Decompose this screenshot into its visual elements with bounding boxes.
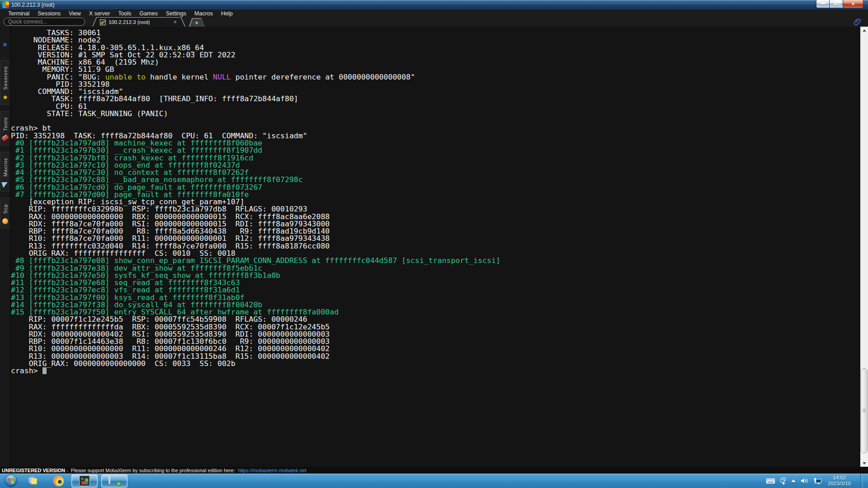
volume-icon[interactable] (801, 478, 808, 484)
scrollbar-thumb[interactable] (861, 368, 868, 453)
taskbar: >_ (0, 474, 868, 488)
minimize-button[interactable] (816, 0, 830, 8)
taskbar-item-sticky-notes[interactable] (24, 474, 42, 488)
main-area: » Sessions ★ Tools Macros Scp TASKS: 300… (0, 27, 868, 467)
swiss-knife-icon (2, 135, 9, 141)
close-button[interactable]: × (843, 0, 863, 8)
remote-desktop-icon (108, 475, 120, 486)
menu-macros[interactable]: Macros (190, 10, 217, 17)
terminal-line: ORIG_RAX: 0000000000000000 CS: 0033 SS: … (11, 360, 860, 367)
menu-help[interactable]: Help (217, 10, 237, 17)
sidebar-item-macros[interactable]: Macros (0, 152, 10, 192)
statusbar: UNREGISTERED VERSION - Please support Mo… (0, 467, 868, 474)
mobaxterm-icon: >_ (79, 475, 90, 486)
menu-x-server[interactable]: X server (85, 10, 114, 17)
start-button[interactable] (5, 474, 17, 487)
terminal-line: STATE: TASK_RUNNING (PANIC) (11, 110, 860, 117)
restore-button[interactable] (830, 0, 843, 8)
terminal-scrollbar[interactable] (860, 27, 868, 467)
sidebar: » Sessions ★ Tools Macros Scp (0, 27, 10, 467)
system-tray: 14:02 2023/3/10 (766, 474, 868, 488)
titlebar: 100.2.212.3 (root) (0, 0, 868, 9)
minimize-icon (821, 3, 825, 5)
tab-close-icon[interactable]: × (174, 19, 177, 25)
menu-view[interactable]: View (65, 10, 85, 17)
menu-sessions[interactable]: Sessions (33, 10, 65, 17)
terminal-line: MACHINE: x86_64 (2195 Mhz) (11, 59, 860, 66)
taskbar-item-mobaxterm[interactable]: >_ (71, 474, 98, 488)
close-icon: × (851, 1, 855, 7)
clock-date: 2023/3/10 (828, 481, 851, 487)
terminal-line: PID: 3352198 (11, 81, 860, 88)
menu-terminal[interactable]: Terminal (4, 10, 33, 17)
terminal-line: crash> (11, 367, 860, 375)
keyboard-icon[interactable] (766, 478, 775, 484)
terminal-line: TASKS: 30061 (11, 29, 860, 37)
sidebar-expand-icon[interactable]: » (3, 40, 7, 48)
status-message: - Please support MobaXterm by subscribin… (65, 468, 238, 473)
terminal-line: PANIC: "BUG: unable to handle kernel NUL… (11, 74, 860, 81)
mobaxterm-logo-icon (2, 1, 9, 8)
window-stack-icon[interactable] (780, 478, 786, 484)
menubar: Terminal Sessions View X server Tools Ga… (0, 9, 868, 17)
windows-flag-icon (8, 478, 14, 484)
terminal-line: TASK: ffff8a72b844af80 [THREAD_INFO: fff… (11, 95, 860, 103)
show-hidden-icons-icon[interactable] (791, 479, 796, 482)
mobatek-link[interactable]: https://mobaxterm.mobatek.net (238, 468, 307, 473)
menu-games[interactable]: Games (136, 10, 162, 17)
terminal-line (11, 117, 860, 125)
window-title: 100.2.212.3 (root) (11, 2, 54, 8)
taskbar-clock[interactable]: 14:02 2023/3/10 (827, 475, 854, 487)
window-controls: × (816, 0, 863, 8)
terminal-cursor (42, 367, 47, 374)
sidebar-item-tools[interactable]: Tools (0, 111, 10, 146)
network-icon[interactable] (813, 478, 822, 484)
tab-bar: Quick connect... 100.2.212.3 (root) × (0, 17, 868, 27)
taskbar-item-remote-desktop[interactable] (101, 474, 127, 488)
mobaxterm-window: 100.2.212.3 (root) × Terminal Sessions V… (0, 0, 868, 488)
clock-time: 14:02 (828, 475, 851, 481)
orange-ball-icon (2, 218, 9, 225)
scrollbar-up-arrow-icon[interactable] (860, 27, 868, 34)
taskbar-item-firefox[interactable] (49, 474, 68, 488)
unregistered-label: UNREGISTERED VERSION (2, 468, 65, 473)
firefox-icon (53, 476, 64, 486)
tab-label: 100.2.212.3 (root) (108, 19, 174, 25)
new-tab-button[interactable]: + (189, 18, 204, 27)
sidebar-item-scp[interactable]: Scp (0, 198, 10, 229)
scrollbar-down-arrow-icon[interactable] (860, 460, 868, 467)
restore-icon (835, 2, 838, 5)
paper-plane-icon (2, 181, 9, 188)
menu-tools[interactable]: Tools (114, 10, 135, 17)
menu-settings[interactable]: Settings (162, 10, 190, 17)
paperclip-icon[interactable] (854, 18, 862, 26)
sticky-notes-icon (28, 477, 38, 485)
quick-connect-input[interactable]: Quick connect... (4, 18, 85, 26)
star-icon: ★ (2, 94, 9, 101)
key-icon (100, 19, 106, 25)
sidebar-item-sessions[interactable]: Sessions ★ (0, 60, 10, 105)
show-desktop-button[interactable] (860, 474, 863, 488)
session-tab[interactable]: 100.2.212.3 (root) × (92, 17, 185, 27)
terminal-output[interactable]: TASKS: 30061 NODENAME: node2 RELEASE: 4.… (11, 29, 860, 467)
